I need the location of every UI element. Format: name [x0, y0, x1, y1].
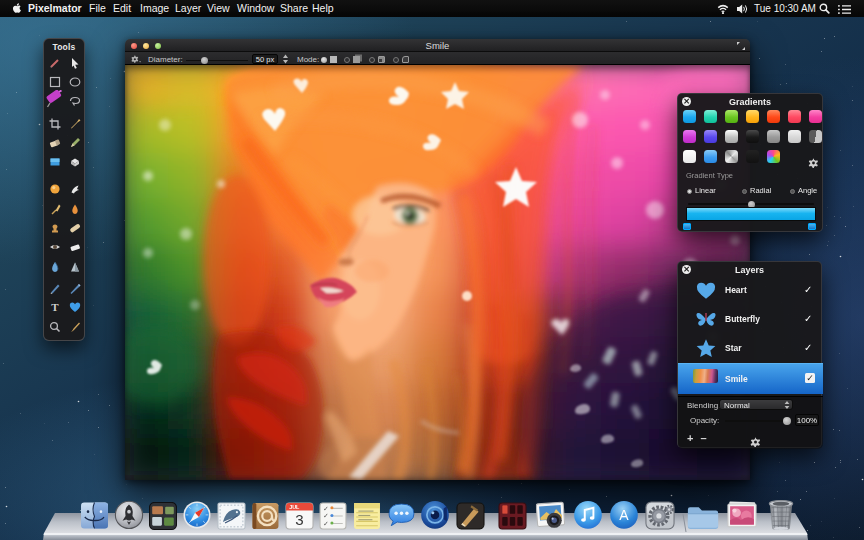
svg-text:A: A — [619, 507, 629, 523]
svg-text:✓: ✓ — [323, 512, 328, 519]
svg-text:JUL: JUL — [289, 504, 300, 510]
svg-text:3: 3 — [295, 511, 303, 528]
svg-text:✓: ✓ — [323, 520, 328, 527]
svg-text:✓: ✓ — [323, 505, 328, 512]
